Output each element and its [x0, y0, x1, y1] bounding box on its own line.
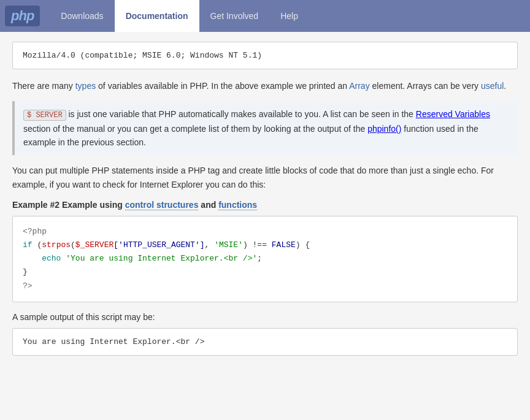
sample-output-label: A sample output of this script may be:	[12, 312, 518, 322]
nav-link-documentation[interactable]: Documentation	[115, 0, 199, 32]
output-text-1: Mozilla/4.0 (compatible; MSIE 6.0; Windo…	[23, 51, 262, 60]
code-brace-close: }	[23, 267, 28, 277]
nav-item-documentation[interactable]: Documentation	[115, 0, 199, 32]
code-block-example2: <?php if (strpos($_SERVER['HTTP_USER_AGE…	[12, 216, 518, 302]
link-array[interactable]: Array	[349, 81, 369, 91]
link-phpinfo[interactable]: phpinfo()	[367, 124, 401, 134]
code-line-3: echo 'You are using Internet Explorer.<b…	[23, 252, 507, 265]
nav-item-downloads[interactable]: Downloads	[50, 0, 114, 32]
server-var-code: $ SERVER	[23, 110, 66, 121]
note-box-server: $ SERVER is just one variable that PHP a…	[12, 101, 518, 155]
para1-text-middle: of variables available in PHP. In the ab…	[96, 81, 349, 91]
output-box-1: Mozilla/4.0 (compatible; MSIE 6.0; Windo…	[12, 42, 518, 69]
php-logo-text: php	[11, 8, 34, 23]
code-brace-open: ) {	[296, 240, 310, 250]
link-reserved-variables[interactable]: Reserved Variables	[416, 109, 490, 119]
code-line-2: if (strpos($_SERVER['HTTP_USER_AGENT'], …	[23, 239, 507, 252]
content-area: Mozilla/4.0 (compatible; MSIE 6.0; Windo…	[0, 32, 530, 375]
output-box-2: You are using Internet Explorer.<br />	[12, 328, 518, 356]
para1-text-end: .	[504, 81, 506, 91]
link-useful[interactable]: useful	[481, 81, 504, 91]
code-server-var: $_SERVER	[75, 240, 113, 250]
link-functions[interactable]: functions	[218, 200, 257, 210]
code-line-1: <?php	[23, 225, 507, 239]
navbar: php Downloads Documentation Get Involved…	[0, 0, 530, 32]
para2-text-1: is just one variable that PHP automatica…	[69, 109, 416, 119]
php-logo: php	[5, 6, 40, 26]
para2-text-2: section of the manual or you can get a c…	[23, 124, 367, 134]
para1-text-before: There are many	[12, 81, 75, 91]
nav-item-get-involved[interactable]: Get Involved	[199, 0, 270, 32]
code-line-4: }	[23, 265, 507, 279]
code-semi: ;	[257, 254, 262, 263]
code-if: if	[23, 240, 33, 250]
nav-item-help[interactable]: Help	[269, 0, 309, 32]
link-types[interactable]: types	[75, 81, 96, 91]
code-paren3: )	[243, 240, 248, 250]
code-false: FALSE	[272, 240, 296, 250]
code-echo-str: 'You are using Internet Explorer.<br />'	[61, 254, 257, 263]
code-line-5: ?>	[23, 280, 507, 293]
example-heading-middle: and	[198, 200, 218, 210]
para1-text-after: element. Arrays can be very	[370, 81, 481, 91]
paragraph-3: You can put multiple PHP statements insi…	[12, 164, 518, 191]
code-strpos: strpos	[42, 240, 71, 250]
nav-link-downloads[interactable]: Downloads	[50, 0, 114, 32]
code-array-key: ['HTTP_USER_AGENT']	[113, 240, 204, 250]
nav-link-get-involved[interactable]: Get Involved	[199, 0, 270, 32]
nav-link-help[interactable]: Help	[269, 0, 309, 32]
example-heading: Example #2 Example using control structu…	[12, 200, 518, 210]
code-msie-str: 'MSIE'	[214, 240, 243, 250]
code-php-open: <?php	[23, 227, 47, 236]
example-heading-prefix: Example #2 Example using	[12, 200, 125, 210]
output-text-2: You are using Internet Explorer.<br />	[23, 337, 204, 346]
code-comma: ,	[205, 240, 215, 250]
code-paren2: (	[71, 240, 75, 250]
code-echo: echo	[23, 254, 61, 263]
code-op: !==	[248, 240, 267, 250]
link-control-structures[interactable]: control structures	[125, 200, 199, 210]
nav-links: Downloads Documentation Get Involved Hel…	[50, 0, 309, 32]
code-php-close: ?>	[23, 281, 33, 291]
paragraph-1: There are many types of variables availa…	[12, 79, 518, 93]
